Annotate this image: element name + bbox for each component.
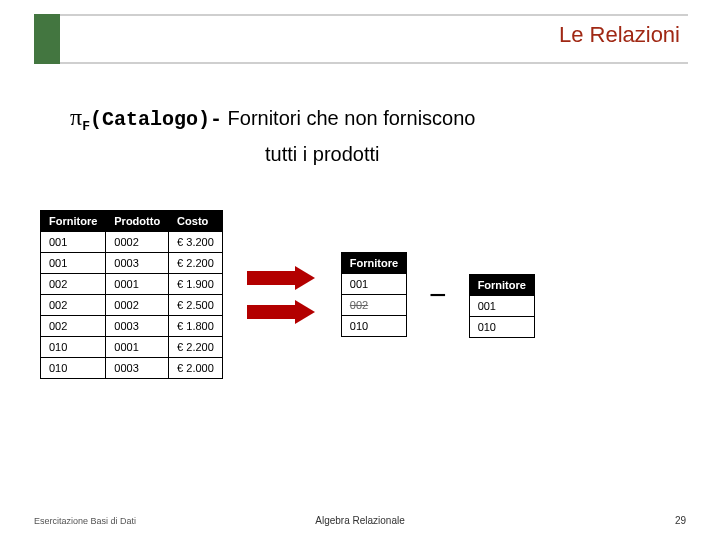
tables-row: Fornitore Prodotto Costo 0010002€ 3.200 … — [40, 210, 535, 379]
table-fornitore-mid: Fornitore 001 002 010 — [341, 252, 407, 337]
expr-text-line2: tutti i prodotti — [265, 143, 380, 165]
table-row: 001 — [341, 274, 406, 295]
table-fornitore-result: Fornitore 001 010 — [469, 274, 535, 338]
table-row: 0100003€ 2.000 — [41, 358, 223, 379]
expression-block: πF(Catalogo)- Fornitori che non fornisco… — [70, 98, 680, 170]
table-row: 010 — [341, 316, 406, 337]
table-row: 001 — [469, 295, 534, 316]
table-row: 0020001€ 1.900 — [41, 274, 223, 295]
arrow-icon — [247, 300, 317, 324]
pi-symbol: π — [70, 104, 82, 130]
slide-title: Le Relazioni — [559, 22, 680, 48]
table-row: 0020003€ 1.800 — [41, 316, 223, 337]
accent-block — [34, 14, 60, 64]
arrow-column — [247, 266, 317, 324]
expr-text-line1: Fornitori che non forniscono — [228, 107, 476, 129]
pi-subscript: F — [82, 119, 90, 134]
table-row: 0020002€ 2.500 — [41, 295, 223, 316]
th-costo: Costo — [169, 211, 223, 232]
minus-operator: − — [425, 278, 451, 312]
th-fornitore: Fornitore — [41, 211, 106, 232]
th-fornitore: Fornitore — [469, 274, 534, 295]
table-row: 010 — [469, 316, 534, 337]
projection-arg: (Catalogo) — [90, 108, 210, 131]
middle-table-wrap: Fornitore 001 002 010 — [341, 252, 407, 337]
slide-header: Le Relazioni — [0, 0, 720, 70]
footer-center: Algebra Relazionale — [0, 515, 720, 526]
result-table-wrap: Fornitore 001 010 — [469, 274, 535, 338]
divider-bottom — [60, 62, 688, 64]
dash: - — [210, 108, 222, 131]
th-fornitore: Fornitore — [341, 253, 406, 274]
table-row: 0010002€ 3.200 — [41, 232, 223, 253]
page-number: 29 — [675, 515, 686, 526]
divider-top — [60, 14, 688, 16]
table-catalogo: Fornitore Prodotto Costo 0010002€ 3.200 … — [40, 210, 223, 379]
table-row: 0100001€ 2.200 — [41, 337, 223, 358]
arrow-icon — [247, 266, 317, 290]
table-row: 0010003€ 2.200 — [41, 253, 223, 274]
table-row: 002 — [341, 295, 406, 316]
th-prodotto: Prodotto — [106, 211, 169, 232]
